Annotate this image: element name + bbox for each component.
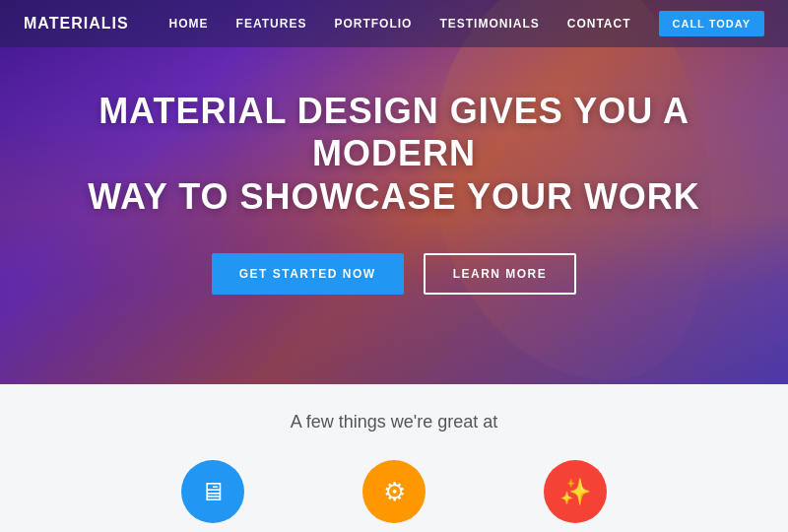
gear-icon: ⚙ bbox=[383, 477, 406, 507]
lower-section: A few things we're great at 🖥 ⚙ ✨ bbox=[0, 384, 788, 532]
magic-icon: ✨ bbox=[559, 477, 591, 507]
hero-title: MATERIAL DESIGN GIVES YOU A MODERN WAY T… bbox=[59, 90, 729, 218]
lower-subtitle: A few things we're great at bbox=[291, 412, 498, 432]
hero-title-line2: WAY TO SHOWCASE YOUR WORK bbox=[88, 176, 700, 217]
call-today-button[interactable]: CALL TODAY bbox=[659, 11, 764, 36]
nav-portfolio[interactable]: PORTFOLIO bbox=[334, 17, 412, 31]
navbar: MATERIALIS HOME FEATURES PORTFOLIO TESTI… bbox=[0, 0, 788, 47]
nav-links: HOME FEATURES PORTFOLIO TESTIMONIALS CON… bbox=[169, 11, 764, 36]
feature-monitor[interactable]: 🖥 bbox=[181, 460, 244, 523]
monitor-icon: 🖥 bbox=[200, 477, 226, 507]
feature-gear[interactable]: ⚙ bbox=[362, 460, 426, 523]
hero-section: MATERIAL DESIGN GIVES YOU A MODERN WAY T… bbox=[0, 0, 788, 384]
nav-features[interactable]: FEATURES bbox=[236, 17, 307, 31]
hero-title-line1: MATERIAL DESIGN GIVES YOU A MODERN bbox=[98, 91, 690, 173]
brand-logo: MATERIALIS bbox=[24, 15, 129, 33]
learn-more-button[interactable]: LEARN MORE bbox=[424, 253, 577, 295]
feature-magic[interactable]: ✨ bbox=[544, 460, 607, 523]
nav-home[interactable]: HOME bbox=[169, 17, 209, 31]
hero-buttons: GET STARTED NOW LEARN MORE bbox=[59, 253, 729, 295]
hero-content: MATERIAL DESIGN GIVES YOU A MODERN WAY T… bbox=[0, 90, 788, 295]
features-row: 🖥 ⚙ ✨ bbox=[181, 460, 607, 523]
nav-contact[interactable]: CONTACT bbox=[567, 17, 631, 31]
nav-testimonials[interactable]: TESTIMONIALS bbox=[439, 17, 539, 31]
get-started-button[interactable]: GET STARTED NOW bbox=[212, 253, 404, 295]
